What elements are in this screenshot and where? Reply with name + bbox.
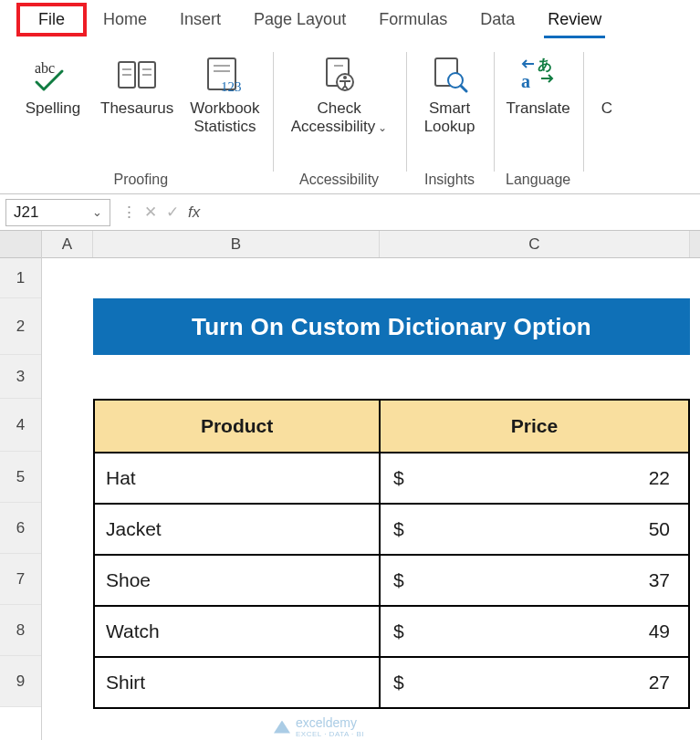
cancel-icon: ✕ [144,203,157,222]
cell-product[interactable]: Shoe [94,555,380,606]
worksheet: 1 2 3 4 5 6 7 8 9 A B C Turn On Custom D… [0,231,700,740]
column-header[interactable]: C [380,231,690,257]
cell-price[interactable]: $27 [380,657,689,708]
formula-controls: ⋮ ✕ ✓ fx [116,203,205,222]
thesaurus-button[interactable]: Thesaurus [95,47,179,168]
watermark: exceldemy EXCEL · DATA · BI [274,715,364,738]
cell-price[interactable]: $37 [380,555,689,606]
watermark-tag: EXCEL · DATA · BI [296,730,364,738]
workbook-statistics-button[interactable]: 123 Workbook Statistics [184,47,265,168]
row-header[interactable]: 1 [0,258,41,298]
group-label-language: Language [506,168,570,193]
formula-bar: J21 ⌄ ⋮ ✕ ✓ fx [0,194,700,231]
spelling-button[interactable]: abc Spelling [16,47,89,168]
group-language: あ a Translate Language [494,47,583,193]
cell-product[interactable]: Watch [94,606,380,657]
name-box-value: J21 [14,203,38,222]
tab-review[interactable]: Review [531,3,618,36]
cell-price[interactable]: $49 [380,606,689,657]
cell-product[interactable]: Hat [94,453,380,504]
svg-text:あ: あ [538,57,552,73]
fx-icon[interactable]: fx [188,203,200,222]
row-headers: 1 2 3 4 5 6 7 8 9 [0,231,42,740]
ribbon: abc Spelling Thesau [0,39,700,194]
tab-formulas[interactable]: Formulas [362,3,464,36]
thesaurus-icon [113,52,161,98]
smart-lookup-icon [428,52,472,98]
header-price[interactable]: Price [380,400,689,453]
column-headers: A B C [42,231,700,258]
row-header[interactable]: 2 [0,298,41,355]
group-proofing: abc Spelling Thesau [9,47,273,193]
row-header[interactable]: 3 [0,355,41,399]
group-accessibility: Check Accessibility⌄ Accessibility [273,47,406,193]
translate-button[interactable]: あ a Translate [501,47,576,168]
svg-point-13 [343,76,347,79]
check-accessibility-label: Check Accessibility⌄ [291,99,388,137]
table-row: Jacket $50 [94,504,689,555]
column-header[interactable]: B [93,231,380,257]
group-insights: Smart Lookup Insights [406,47,494,193]
title-banner-cell[interactable]: Turn On Custom Dictionary Option [93,298,690,355]
name-box[interactable]: J21 ⌄ [5,199,110,226]
enter-icon: ✓ [166,203,179,222]
spelling-icon: abc [31,52,75,98]
dots-icon: ⋮ [121,203,135,222]
column-header[interactable]: A [42,231,93,257]
translate-icon: あ a [516,52,561,98]
chevron-down-icon[interactable]: ⌄ [92,205,102,219]
group-label-proofing: Proofing [113,168,168,193]
watermark-logo-icon [274,721,290,734]
table-row: Shirt $27 [94,657,689,708]
row-header[interactable]: 9 [0,656,41,707]
cell-price[interactable]: $22 [380,453,689,504]
thesaurus-label: Thesaurus [100,99,173,118]
check-accessibility-button[interactable]: Check Accessibility⌄ [280,47,399,168]
svg-text:a: a [521,71,530,91]
workbook-statistics-label: Workbook Statistics [190,99,259,137]
group-cutoff: C [583,47,625,193]
table-header-row: Product Price [94,400,689,453]
tab-file[interactable]: File [16,3,87,36]
smart-lookup-label: Smart Lookup [424,99,475,137]
cell-price[interactable]: $50 [380,504,689,555]
row-header[interactable]: 5 [0,452,41,503]
smart-lookup-button[interactable]: Smart Lookup [413,47,486,168]
table-row: Hat $22 [94,453,689,504]
spelling-label: Spelling [26,99,81,118]
data-table: Product Price Hat $22 Jacket $50 Shoe $3… [93,399,690,709]
cutoff-button[interactable]: C [596,47,618,168]
select-all-corner[interactable] [0,231,41,258]
menu-tabs: File Home Insert Page Layout Formulas Da… [0,0,700,39]
header-product[interactable]: Product [94,400,380,453]
svg-text:abc: abc [35,60,55,76]
chevron-down-icon: ⌄ [378,121,387,134]
workbook-statistics-icon: 123 [201,52,248,98]
accessibility-icon [318,52,361,98]
group-label-accessibility: Accessibility [299,168,379,193]
translate-label: Translate [507,99,570,118]
cell-product[interactable]: Shirt [94,657,380,708]
svg-text:123: 123 [221,79,242,94]
row-header[interactable]: 6 [0,503,41,554]
tab-insert[interactable]: Insert [163,3,237,36]
watermark-brand: exceldemy [296,715,357,730]
row-header[interactable]: 7 [0,554,41,605]
group-label-insights: Insights [424,168,475,193]
table-row: Shoe $37 [94,555,689,606]
tab-home[interactable]: Home [87,3,163,36]
row-header[interactable]: 8 [0,605,41,656]
cell-product[interactable]: Jacket [94,504,380,555]
row-header[interactable]: 4 [0,399,41,452]
tab-data[interactable]: Data [464,3,531,36]
table-row: Watch $49 [94,606,689,657]
formula-input[interactable] [211,199,695,226]
tab-page-layout[interactable]: Page Layout [237,3,362,36]
title-text: Turn On Custom Dictionary Option [192,313,591,341]
svg-line-16 [461,86,466,91]
